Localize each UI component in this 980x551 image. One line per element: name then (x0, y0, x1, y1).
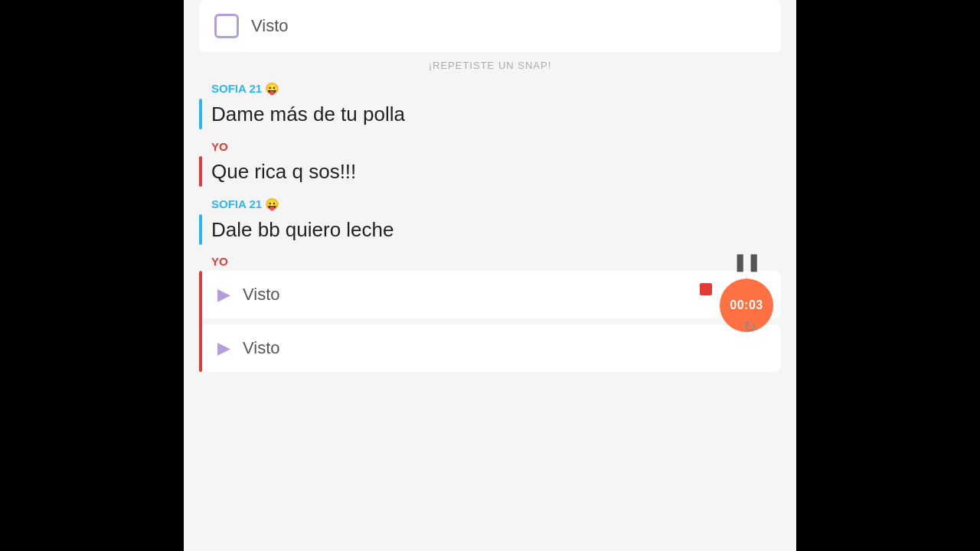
snap-sent-label-1: Visto (243, 285, 280, 305)
sender-sofia2: SOFIA 21 😛 (199, 197, 781, 211)
system-message: ¡REPETISTE UN SNAP! (184, 52, 796, 79)
message-text-yo1: Que rica q sos!!! (211, 156, 356, 188)
sender-yo1: YO (199, 140, 781, 153)
message-text-sofia1: Dame más de tu polla (211, 99, 405, 131)
snap-sent-block-1[interactable]: ▶ Visto (202, 271, 781, 318)
sender-yo2: YO (199, 255, 781, 268)
message-group-yo1: YO Que rica q sos!!! (184, 137, 796, 191)
message-row-sofia2: Dale bb quiero leche (199, 214, 781, 246)
timer-display: 00:03 (730, 298, 763, 312)
snap-sent-label-2: Visto (243, 338, 280, 358)
border-sofia1 (199, 99, 202, 129)
snap-sent-block-2[interactable]: ▶ Visto (202, 324, 781, 372)
border-yo1 (199, 156, 202, 187)
message-row-sofia1: Dame más de tu polla (199, 99, 781, 131)
stop-button[interactable] (700, 283, 712, 295)
snap-blocks-container: ▶ Visto ▶ Visto (202, 271, 781, 372)
border-sofia2 (199, 214, 202, 245)
refresh-icon[interactable]: ↻ (743, 318, 756, 336)
top-snap-block: Visto (199, 0, 781, 52)
top-snap-label: Visto (251, 16, 289, 36)
chat-container: Visto ¡REPETISTE UN SNAP! SOFIA 21 😛 Dam… (184, 0, 796, 551)
pause-icon[interactable]: ❚❚ (733, 253, 760, 272)
message-group-sofia2: SOFIA 21 😛 Dale bb quiero leche (184, 194, 796, 249)
snap-square-icon (214, 14, 239, 38)
sender-sofia1: SOFIA 21 😛 (199, 82, 781, 96)
message-row-yo1: Que rica q sos!!! (199, 156, 781, 188)
message-group-sofia1: SOFIA 21 😛 Dame más de tu polla (184, 79, 796, 134)
message-text-sofia2: Dale bb quiero leche (211, 214, 394, 246)
phone-screen: Visto ¡REPETISTE UN SNAP! SOFIA 21 😛 Dam… (184, 0, 796, 551)
play-icon-1: ▶ (217, 285, 230, 305)
play-icon-2: ▶ (217, 338, 230, 358)
message-group-yo2: YO (184, 252, 796, 268)
